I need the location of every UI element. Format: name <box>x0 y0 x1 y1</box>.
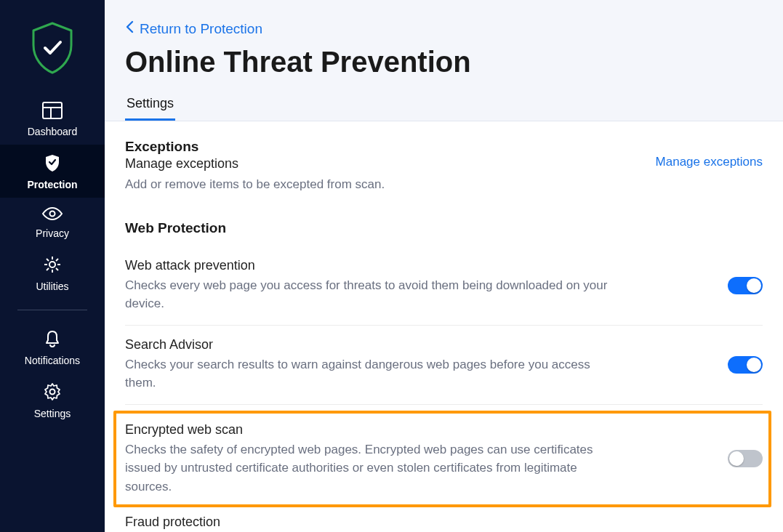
toggle-web-attack-prevention[interactable] <box>728 277 763 294</box>
exceptions-title: Exceptions <box>125 139 385 155</box>
chevron-left-icon <box>125 20 134 37</box>
toggle-search-advisor[interactable] <box>728 356 763 374</box>
svg-line-9 <box>47 259 49 261</box>
sidebar-item-label: Notifications <box>25 355 80 366</box>
sidebar-item-label: Protection <box>27 179 77 190</box>
setting-desc: Checks the safety of encrypted web pages… <box>125 440 605 496</box>
setting-title: Search Advisor <box>125 337 619 352</box>
tabs: Settings <box>105 92 783 121</box>
svg-point-4 <box>49 262 55 267</box>
setting-search-advisor: Search Advisor Checks your search result… <box>125 326 763 405</box>
setting-fraud-protection-title: Fraud protection <box>125 515 763 530</box>
setting-desc: Checks every web page you access for thr… <box>125 276 619 313</box>
settings-icon <box>43 382 62 403</box>
sidebar-item-label: Privacy <box>36 227 69 239</box>
toggle-encrypted-web-scan[interactable] <box>728 450 763 467</box>
svg-rect-0 <box>43 102 62 118</box>
manage-exceptions-link[interactable]: Manage exceptions <box>656 139 763 169</box>
sidebar: Dashboard Protection Privacy <box>0 0 105 532</box>
sidebar-item-dashboard[interactable]: Dashboard <box>0 93 105 145</box>
svg-point-13 <box>50 390 55 395</box>
setting-title: Encrypted web scan <box>125 422 605 438</box>
sidebar-item-protection[interactable]: Protection <box>0 145 105 198</box>
exceptions-section: Exceptions Manage exceptions Add or remo… <box>125 139 763 194</box>
web-protection-title: Web Protection <box>125 220 763 236</box>
bell-icon <box>44 329 61 350</box>
sidebar-item-utilities[interactable]: Utilities <box>0 246 105 299</box>
page-title: Online Threat Prevention <box>105 37 783 92</box>
setting-encrypted-web-scan-highlight: Encrypted web scan Checks the safety of … <box>113 411 771 508</box>
header: Return to Protection Online Threat Preve… <box>105 0 783 121</box>
exceptions-subtitle: Manage exceptions <box>125 156 385 172</box>
sidebar-item-notifications[interactable]: Notifications <box>0 321 105 374</box>
sidebar-item-privacy[interactable]: Privacy <box>0 198 105 246</box>
eye-icon <box>41 206 63 223</box>
back-link[interactable]: Return to Protection <box>105 0 262 37</box>
svg-line-12 <box>47 268 49 270</box>
dashboard-icon <box>42 102 63 121</box>
content: Exceptions Manage exceptions Add or remo… <box>105 121 783 530</box>
sidebar-item-settings[interactable]: Settings <box>0 374 105 427</box>
sidebar-item-label: Settings <box>34 408 71 419</box>
tab-settings[interactable]: Settings <box>125 92 175 121</box>
shield-icon <box>44 153 61 174</box>
setting-title: Web attack prevention <box>125 258 619 273</box>
app-logo <box>29 0 76 93</box>
exceptions-desc: Add or remove items to be excepted from … <box>125 176 385 194</box>
svg-line-11 <box>56 259 58 261</box>
svg-line-10 <box>56 268 58 270</box>
back-link-label: Return to Protection <box>140 21 262 37</box>
sidebar-item-label: Utilities <box>36 281 68 292</box>
setting-web-attack-prevention: Web attack prevention Checks every web p… <box>125 246 763 326</box>
setting-desc: Checks your search results to warn again… <box>125 355 619 392</box>
sidebar-item-label: Dashboard <box>28 126 78 137</box>
sidebar-divider <box>17 310 87 310</box>
main-panel: Return to Protection Online Threat Preve… <box>105 0 783 532</box>
svg-point-3 <box>50 211 55 217</box>
gear-icon <box>43 255 62 276</box>
